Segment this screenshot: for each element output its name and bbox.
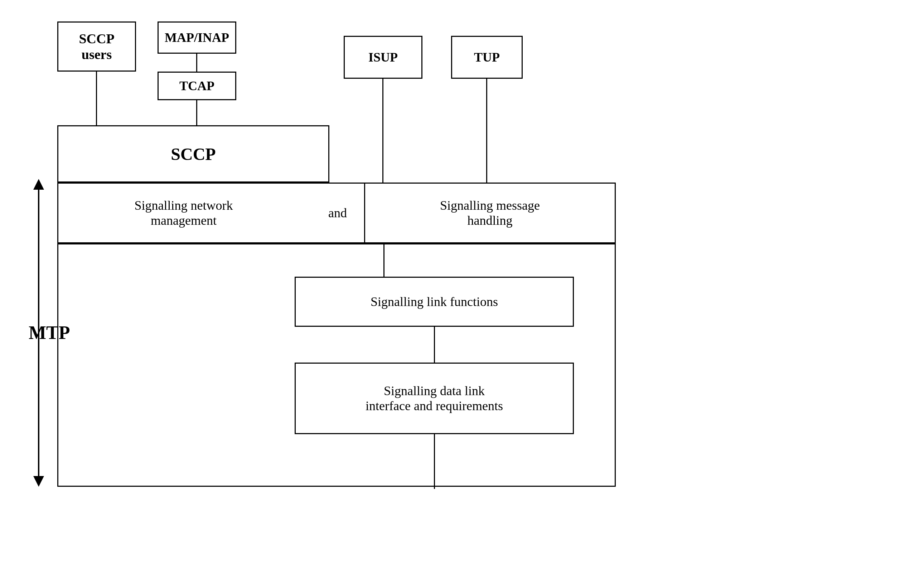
sccp-main-box: SCCP [57, 125, 329, 183]
conn-tcap-to-sccp [196, 99, 197, 126]
conn-isup-to-level3 [382, 78, 383, 184]
tcap-label: TCAP [179, 78, 214, 93]
and-label: and [328, 205, 347, 220]
sccp-users-label: SCCP users [79, 31, 114, 62]
tup-box: TUP [451, 36, 523, 79]
tup-label: TUP [474, 50, 500, 65]
level3-right-panel: Signalling message handling [364, 184, 615, 242]
conn-map-to-tcap [196, 53, 197, 73]
mtp-label: MTP [28, 322, 70, 343]
slf-box: Signalling link functions [295, 277, 574, 327]
sdli-label: Signalling data link interface and requi… [366, 383, 503, 413]
svg-marker-2 [33, 476, 44, 487]
slf-label: Signalling link functions [370, 294, 498, 309]
svg-marker-1 [33, 179, 44, 190]
diagram: SCCP users MAP/INAP TCAP ISUP TUP SCCP S… [21, 14, 902, 548]
sccp-users-box: SCCP users [57, 21, 136, 72]
map-inap-label: MAP/INAP [165, 30, 229, 45]
conn-level3-to-slf [383, 244, 384, 278]
level3-left-panel: Signalling network management [58, 184, 309, 242]
level2-outer-box: Signalling link functions Signalling dat… [57, 243, 616, 487]
isup-label: ISUP [368, 50, 398, 65]
sccp-main-label: SCCP [171, 144, 216, 164]
level3-and-panel: and [309, 184, 366, 242]
snm-label: Signalling network management [135, 198, 233, 228]
tcap-box: TCAP [158, 72, 236, 100]
conn-tup-to-level3 [486, 78, 487, 184]
sdli-box: Signalling data link interface and requi… [295, 362, 574, 434]
isup-box: ISUP [344, 36, 423, 79]
level3-box: Signalling network management and Signal… [57, 183, 616, 243]
smh-label: Signalling message handling [440, 198, 540, 228]
conn-slf-to-sdli [434, 327, 435, 364]
map-inap-box: MAP/INAP [158, 21, 236, 54]
conn-sdli-to-bottom [434, 434, 435, 489]
conn-sccp-users-to-main [96, 71, 97, 126]
